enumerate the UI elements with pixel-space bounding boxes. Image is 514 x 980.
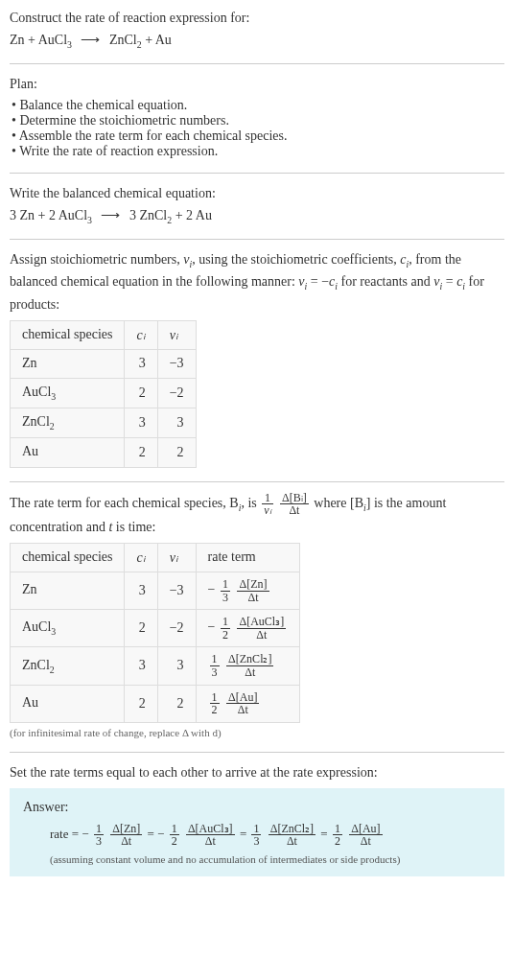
table-row: AuCl3 2 −2 xyxy=(11,379,197,408)
reaction-arrow-icon: ⟶ xyxy=(81,32,100,48)
col-species: chemical species xyxy=(11,320,125,349)
list-item: Balance the chemical equation. xyxy=(12,98,504,113)
fraction-icon: Δ[Bᵢ]Δt xyxy=(280,492,309,517)
table-header-row: chemical species cᵢ νᵢ rate term xyxy=(11,543,300,572)
col-ci: cᵢ xyxy=(125,543,157,572)
answer-box: Answer: rate = − 13 Δ[Zn]Δt = − 12 Δ[AuC… xyxy=(10,788,504,876)
list-item: Determine the stoichiometric numbers. xyxy=(12,113,504,128)
species-aucl3: AuCl3 xyxy=(38,33,72,47)
assumption-note: (assuming constant volume and no accumul… xyxy=(23,853,491,865)
rate-expression: rate = − 13 Δ[Zn]Δt = − 12 Δ[AuCl₃]Δt = … xyxy=(23,823,491,848)
table-row: ZnCl2 3 3 13 Δ[ZnCl₂]Δt xyxy=(11,647,300,685)
list-item: Assemble the rate term for each chemical… xyxy=(12,128,504,144)
answer-label: Answer: xyxy=(23,800,491,815)
species-zncl2: ZnCl2 xyxy=(109,33,142,47)
plan-title: Plan: xyxy=(10,74,504,94)
col-nui: νᵢ xyxy=(157,320,196,349)
unbalanced-equation: Zn + AuCl3 ⟶ ZnCl2 + Au xyxy=(10,32,504,50)
rate-intro: The rate term for each chemical species,… xyxy=(10,492,504,537)
table-row: Zn 3 −3 − 13 Δ[Zn]Δt xyxy=(11,572,300,609)
list-item: Write the rate of reaction expression. xyxy=(12,144,504,159)
col-species: chemical species xyxy=(11,543,125,572)
final-title: Set the rate terms equal to each other t… xyxy=(10,762,504,782)
table-row: Au 2 2 12 Δ[Au]Δt xyxy=(11,685,300,722)
balanced-equation: 3 Zn + 2 AuCl3 ⟶ 3 ZnCl2 + 2 Au xyxy=(10,207,504,225)
col-ci: cᵢ xyxy=(125,320,157,349)
divider xyxy=(10,239,504,240)
reaction-arrow-icon: ⟶ xyxy=(101,207,120,223)
final-answer-section: Set the rate terms equal to each other t… xyxy=(10,762,504,876)
table-row: ZnCl2 3 3 xyxy=(11,408,197,438)
species-au: Au xyxy=(155,33,172,47)
stoich-table: chemical species cᵢ νᵢ Zn 3 −3 AuCl3 2 −… xyxy=(10,320,197,468)
infinitesimal-note: (for infinitesimal rate of change, repla… xyxy=(10,727,504,738)
table-row: Zn 3 −3 xyxy=(11,349,197,379)
table-row: AuCl3 2 −2 − 12 Δ[AuCl₃]Δt xyxy=(11,610,300,647)
fraction-icon: 1νᵢ xyxy=(262,492,272,517)
table-row: Au 2 2 xyxy=(11,437,197,467)
balanced-equation-section: Write the balanced chemical equation: 3 … xyxy=(10,183,504,225)
plan-list: Balance the chemical equation. Determine… xyxy=(10,98,504,159)
col-nui: νᵢ xyxy=(157,543,196,572)
stoich-intro: Assign stoichiometric numbers, νi, using… xyxy=(10,249,504,315)
balanced-title: Write the balanced chemical equation: xyxy=(10,183,504,203)
rate-term-section: The rate term for each chemical species,… xyxy=(10,492,504,738)
plan: Plan: Balance the chemical equation. Det… xyxy=(10,74,504,159)
rate-term-table: chemical species cᵢ νᵢ rate term Zn 3 −3… xyxy=(10,543,300,723)
col-rate-term: rate term xyxy=(196,543,300,572)
divider xyxy=(10,173,504,174)
divider xyxy=(10,63,504,64)
header: Construct the rate of reaction expressio… xyxy=(10,8,504,50)
construct-title: Construct the rate of reaction expressio… xyxy=(10,8,504,28)
table-header-row: chemical species cᵢ νᵢ xyxy=(11,320,197,349)
stoich-section: Assign stoichiometric numbers, νi, using… xyxy=(10,249,504,468)
species-zn: Zn xyxy=(10,33,25,47)
divider xyxy=(10,481,504,482)
divider xyxy=(10,752,504,753)
